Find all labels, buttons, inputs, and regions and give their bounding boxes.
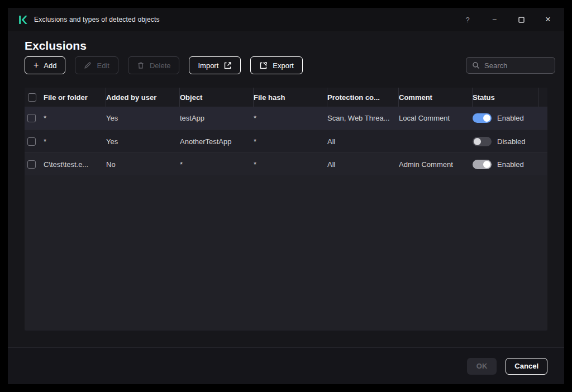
- cell-status: Enabled: [473, 160, 538, 169]
- row-checkbox[interactable]: [27, 160, 36, 169]
- status-label: Enabled: [497, 160, 524, 169]
- cell-comment: Admin Comment: [399, 160, 473, 169]
- search-box: [466, 57, 555, 74]
- window-title: Exclusions and types of detected objects: [34, 16, 160, 23]
- export-icon: [259, 61, 268, 70]
- table-header: File or folder Added by user Object File…: [25, 88, 547, 107]
- export-button[interactable]: Export: [250, 56, 303, 74]
- search-input[interactable]: [484, 61, 549, 70]
- trash-icon: [137, 61, 145, 69]
- add-button-label: Add: [44, 61, 56, 70]
- import-button[interactable]: Import: [189, 56, 241, 74]
- cell-file-or-folder: C\test\test.e...: [44, 160, 106, 169]
- column-header-filler: [538, 88, 547, 107]
- cell-protection: All: [327, 137, 399, 146]
- table-row[interactable]: C\test\test.e... No * * All Admin Commen…: [25, 152, 547, 175]
- cell-file-hash: *: [254, 114, 327, 122]
- import-button-label: Import: [198, 61, 218, 70]
- edit-button[interactable]: Edit: [75, 56, 118, 74]
- cell-status: Disabled: [473, 137, 538, 146]
- kaspersky-logo-icon: [18, 15, 27, 25]
- delete-button[interactable]: Delete: [128, 56, 180, 74]
- delete-button-label: Delete: [150, 61, 171, 70]
- cell-protection: All: [327, 160, 399, 169]
- minimize-icon[interactable]: −: [490, 16, 498, 23]
- cell-file-hash: *: [254, 137, 327, 146]
- select-all-cell: [25, 88, 44, 107]
- app-window: Exclusions and types of detected objects…: [8, 8, 564, 384]
- cell-status: Enabled: [473, 113, 538, 123]
- window-controls: ? − ×: [464, 16, 552, 23]
- column-header-file-hash[interactable]: File hash: [253, 88, 327, 107]
- pencil-icon: [84, 61, 92, 69]
- footer-bar: OK Cancel: [8, 347, 564, 384]
- status-label: Disabled: [497, 137, 526, 146]
- column-header-comment[interactable]: Comment: [398, 88, 473, 107]
- cell-object: *: [180, 160, 254, 169]
- titlebar: Exclusions and types of detected objects…: [8, 8, 564, 31]
- table-row[interactable]: * Yes AnotherTestApp * All Disabled: [25, 130, 547, 152]
- toolbar: + Add Edit Delete Import: [25, 56, 555, 74]
- row-checkbox[interactable]: [27, 114, 36, 122]
- close-icon[interactable]: ×: [544, 16, 552, 23]
- cell-protection: Scan, Web Threa...: [327, 114, 399, 122]
- cell-file-or-folder: *: [44, 114, 106, 122]
- cell-added-by-user: Yes: [106, 137, 180, 146]
- column-header-status[interactable]: Status: [472, 88, 538, 107]
- cancel-button[interactable]: Cancel: [506, 358, 547, 375]
- column-header-object[interactable]: Object: [179, 88, 254, 107]
- column-header-protection[interactable]: Protection co...: [327, 88, 399, 107]
- cell-file-hash: *: [254, 160, 327, 169]
- edit-button-label: Edit: [97, 61, 109, 70]
- import-icon: [223, 61, 232, 70]
- cell-added-by-user: Yes: [106, 114, 180, 122]
- cell-comment: Local Comment: [399, 114, 473, 122]
- maximize-icon[interactable]: [517, 16, 525, 23]
- exclusions-table: File or folder Added by user Object File…: [25, 88, 547, 331]
- search-icon: [472, 61, 480, 69]
- plus-icon: +: [34, 61, 39, 70]
- page-title: Exclusions: [25, 39, 87, 52]
- table-row[interactable]: * Yes testApp * Scan, Web Threa... Local…: [25, 107, 547, 130]
- cell-object: AnotherTestApp: [180, 137, 254, 146]
- select-all-checkbox[interactable]: [28, 93, 36, 102]
- row-checkbox[interactable]: [27, 137, 36, 146]
- status-toggle[interactable]: [473, 137, 492, 146]
- add-button[interactable]: + Add: [25, 56, 65, 74]
- toggle-knob: [474, 138, 481, 145]
- cell-file-or-folder: *: [44, 137, 106, 146]
- column-header-file-or-folder[interactable]: File or folder: [44, 88, 106, 107]
- toggle-knob: [483, 114, 490, 122]
- cell-object: testApp: [180, 114, 254, 122]
- export-button-label: Export: [273, 61, 294, 70]
- ok-button[interactable]: OK: [467, 358, 497, 375]
- column-header-added-by-user[interactable]: Added by user: [106, 88, 180, 107]
- cell-added-by-user: No: [106, 160, 180, 169]
- help-icon[interactable]: ?: [464, 16, 471, 23]
- status-toggle[interactable]: [473, 113, 492, 123]
- status-toggle[interactable]: [473, 160, 492, 169]
- toggle-knob: [483, 161, 490, 168]
- status-label: Enabled: [497, 114, 524, 122]
